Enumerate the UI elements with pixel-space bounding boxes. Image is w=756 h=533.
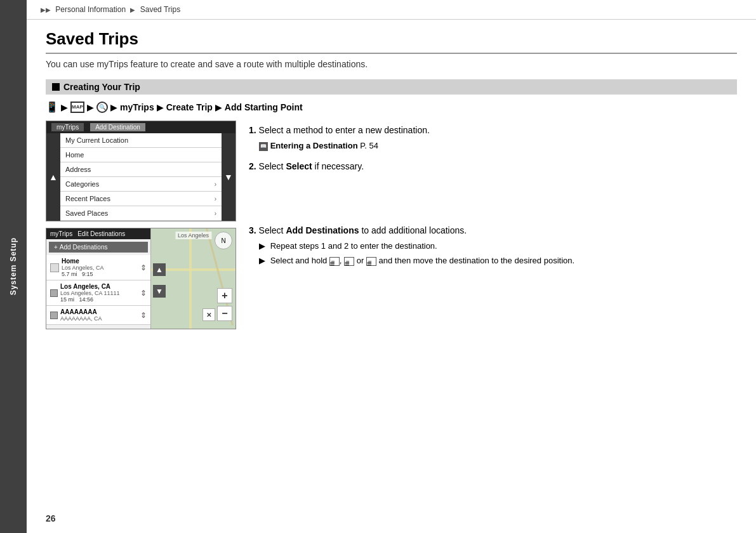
step2-text: Select Select if necessary. [259, 161, 364, 171]
map-dest-row-3[interactable]: AAAAAAAA AAAAAAAA, CA ⇕ [46, 306, 150, 325]
dest3-name: AAAAAAAA [60, 308, 138, 315]
screen1-row-home[interactable]: Home [60, 148, 222, 162]
screenshots-col: myTrips Add Destination ▲ My Current Loc… [46, 121, 236, 329]
nav-arrow1: ▶ [61, 102, 68, 112]
row-text-recent: Recent Places [65, 195, 215, 202]
row-arrow-recent: › [215, 195, 216, 202]
nav-arrow2: ▶ [87, 102, 94, 112]
section-title: Creating Your Trip [63, 82, 140, 92]
row-text-address: Address [65, 166, 216, 173]
nav-add-starting: Add Starting Point [225, 102, 303, 112]
add-dest-button[interactable]: + Add Destinations [49, 242, 148, 253]
screen1-row-address[interactable]: Address [60, 162, 222, 177]
screen1-nav-down[interactable]: ▼ [222, 133, 235, 221]
row-arrow-saved: › [215, 210, 216, 217]
map-dest-info-3: AAAAAAAA AAAAAAAA, CA [60, 308, 138, 322]
row-text-home: Home [65, 151, 216, 159]
recenter-button[interactable]: ✕ [202, 308, 215, 321]
entering-dest-page: P. 54 [360, 141, 378, 150]
step3-sub1-text: Repeat steps 1 and 2 to enter the destin… [270, 241, 437, 251]
screen1-header: myTrips Add Destination [46, 121, 235, 133]
row-text-saved: Saved Places [65, 209, 215, 217]
screen-mock-2: myTrips Edit Destinations + Add Destinat… [46, 228, 236, 329]
step3-text: Select Add Destinations to add additiona… [259, 225, 467, 235]
sidebar: System Setup [0, 0, 27, 533]
add-dest-plus: + [54, 244, 58, 251]
dest2-sub: Los Angeles, CA 11111 [60, 290, 138, 296]
dest1-name: Home [62, 258, 138, 265]
map-icon: MAP [70, 102, 84, 113]
screen1-tab1[interactable]: myTrips [51, 123, 84, 131]
map-nav-up[interactable]: ▲ [153, 263, 166, 276]
nav-arrow5: ▶ [215, 102, 222, 112]
zoom-out-button[interactable]: − [217, 306, 232, 321]
screen-mock-1: myTrips Add Destination ▲ My Current Loc… [46, 121, 236, 221]
map-nav-down[interactable]: ▼ [153, 284, 166, 298]
map-header: myTrips Edit Destinations [46, 228, 150, 239]
sidebar-label: System Setup [9, 237, 18, 295]
nav-down-btn[interactable]: ▼ [153, 285, 166, 298]
map-dest-row-1[interactable]: Home Los Angeles, CA 5.7 mi 9:15 ⇕ [46, 255, 150, 280]
map-dest-info-2: Los Angeles, CA Los Angeles, CA 11111 15… [60, 283, 138, 303]
step-2: 2. Select Select if necessary. [249, 160, 737, 173]
row-text-current: My Current Location [65, 136, 216, 144]
screen1-row-recent[interactable]: Recent Places › [60, 192, 222, 206]
intro-text: You can use myTrips feature to create an… [46, 59, 737, 69]
step3-sub1: ▶ Repeat steps 1 and 2 to enter the dest… [259, 240, 737, 253]
compass: N [215, 232, 232, 249]
step1-text: Select a method to enter a new destinati… [259, 125, 430, 135]
breadcrumb-item2: Saved Trips [140, 5, 180, 14]
step3-num: 3. [249, 225, 259, 235]
map-tab2[interactable]: Edit Destinations [77, 230, 125, 237]
map-left-panel: myTrips Edit Destinations + Add Destinat… [46, 228, 151, 329]
row-text-categories: Categories [65, 180, 215, 188]
nav-path: 📱 ▶ MAP ▶ 🔍 ▶ myTrips ▶ Create Trip ▶ Ad… [46, 101, 737, 113]
map-area: Los Angeles ▲ ▼ + − ✕ [151, 228, 235, 329]
screen1-row-saved[interactable]: Saved Places › [60, 206, 222, 221]
pin-icon-3 [50, 312, 58, 319]
sort-icon-inline2: ≡ [344, 257, 354, 266]
map-label: Los Angeles [175, 232, 211, 239]
sort-icon-3: ⇕ [140, 311, 147, 320]
nav-mytrips: myTrips [120, 102, 154, 112]
map-dest-row-2[interactable]: Los Angeles, CA Los Angeles, CA 11111 15… [46, 280, 150, 306]
pin-icon [50, 289, 58, 297]
instructions-col: 1. Select a method to enter a new destin… [249, 121, 737, 329]
nav-up-btn[interactable]: ▲ [153, 263, 166, 276]
screen1-row-current[interactable]: My Current Location [60, 133, 222, 148]
main-content: ▶▶ Personal Information ▶ Saved Trips Sa… [27, 0, 756, 533]
step3-sub2: ▶ Select and hold ≡, ≡ or ≡ and then mov… [259, 254, 737, 267]
breadcrumb-arrow2: ▶ [130, 6, 135, 13]
step2-num: 2. [249, 161, 259, 171]
screen1-list: My Current Location Home Address Categor… [60, 133, 222, 221]
page-number: 26 [46, 513, 56, 523]
dest1-dist: 5.7 mi 9:15 [62, 271, 138, 277]
section-header: Creating Your Trip [46, 79, 737, 95]
screen1-nav-up[interactable]: ▲ [46, 133, 60, 221]
step3-sub2-text: Select and hold ≡, ≡ or ≡ and then move … [270, 256, 574, 265]
screen1-tab2[interactable]: Add Destination [90, 123, 145, 131]
book-ref-icon: 📖 [259, 142, 268, 151]
breadcrumb-item1: Personal Information [55, 5, 126, 14]
nav-arrow4: ▶ [157, 102, 164, 112]
breadcrumb: ▶▶ Personal Information ▶ Saved Trips [27, 0, 756, 20]
house-icon [50, 263, 59, 272]
screen1-row-categories[interactable]: Categories › [60, 177, 222, 192]
map-tab1[interactable]: myTrips [50, 230, 72, 237]
dest2-name: Los Angeles, CA [60, 283, 138, 290]
sort-icon-1: ⇕ [140, 263, 147, 272]
step1-sub: 📖 Entering a Destination P. 54 [259, 140, 737, 152]
sort-icon-2: ⇕ [140, 289, 147, 298]
step1-num: 1. [249, 125, 259, 135]
sort-icon-inline3: ≡ [366, 257, 376, 266]
step-1: 1. Select a method to enter a new destin… [249, 124, 737, 152]
row-arrow-categories: › [215, 181, 216, 188]
search-icon: 🔍 [96, 102, 108, 113]
section-icon [52, 83, 60, 91]
two-col-layout: myTrips Add Destination ▲ My Current Loc… [46, 121, 737, 329]
sort-icon-inline1: ≡ [329, 257, 340, 266]
nav-arrow3: ▶ [110, 102, 117, 112]
map-background: Los Angeles ▲ ▼ + − ✕ [151, 228, 235, 329]
dest2-dist: 15 mi 14:56 [60, 296, 138, 303]
zoom-in-button[interactable]: + [217, 288, 232, 303]
